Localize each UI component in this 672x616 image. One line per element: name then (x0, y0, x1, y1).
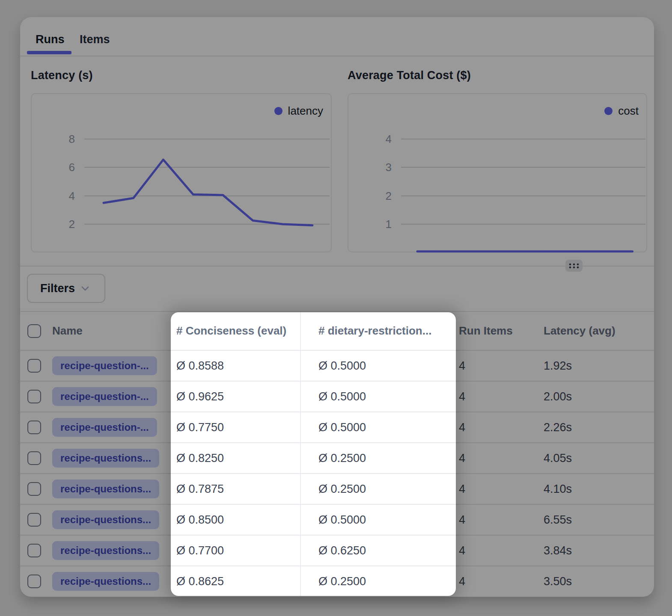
dietary-score: Ø 0.2500 (300, 443, 456, 473)
latency-chart-title: Latency (s) (31, 69, 93, 82)
grip-dots-icon (568, 263, 580, 269)
active-tab-indicator (27, 51, 71, 54)
chevron-down-icon (81, 286, 89, 291)
tabs-divider (20, 56, 654, 56)
run-name-badge[interactable]: recipe-questions... (52, 510, 159, 529)
cost-line-chart (348, 93, 647, 252)
run-name-badge[interactable]: recipe-question-... (52, 387, 157, 406)
table-row[interactable]: recipe-question-... Ø 0.8588 Ø 0.5000 4 … (20, 350, 654, 381)
cost-chart-title: Average Total Cost ($) (348, 69, 471, 82)
run-items-count: 4 (456, 566, 538, 596)
experiment-card: Runs Items Latency (s) Average Total Cos… (20, 17, 654, 597)
latency-line-chart (31, 93, 332, 252)
header-run-items: Run Items (456, 312, 538, 350)
run-name-badge[interactable]: recipe-questions... (52, 480, 159, 498)
run-items-count: 4 (456, 536, 538, 566)
table-row[interactable]: recipe-question-... Ø 0.9625 Ø 0.5000 4 … (20, 381, 654, 412)
run-name-badge[interactable]: recipe-question-... (52, 356, 157, 375)
dietary-score: Ø 0.5000 (300, 351, 456, 381)
filters-button[interactable]: Filters (27, 274, 105, 303)
conciseness-score: Ø 0.9625 (171, 382, 300, 412)
latency-avg-value: 3.50s (538, 566, 654, 596)
header-latency-avg: Latency (avg) (538, 312, 654, 350)
latency-avg-value: 2.00s (538, 382, 654, 412)
table-row[interactable]: recipe-questions... Ø 0.8625 Ø 0.2500 4 … (20, 566, 654, 596)
table-row[interactable]: recipe-questions... Ø 0.7875 Ø 0.2500 4 … (20, 473, 654, 504)
row-checkbox[interactable] (27, 513, 41, 527)
conciseness-score: Ø 0.8625 (171, 566, 300, 596)
table-row[interactable]: recipe-questions... Ø 0.8500 Ø 0.5000 4 … (20, 504, 654, 535)
dietary-score: Ø 0.5000 (300, 412, 456, 442)
page: { "tabs": { "runs": "Runs", "items": "It… (0, 0, 672, 616)
row-checkbox[interactable] (27, 451, 41, 465)
table-header-row: Name # Conciseness (eval) # dietary-rest… (20, 311, 654, 350)
dietary-score: Ø 0.5000 (300, 505, 456, 535)
run-name-badge[interactable]: recipe-questions... (52, 572, 159, 591)
header-conciseness: # Conciseness (eval) (171, 312, 300, 350)
run-name-badge[interactable]: recipe-question-... (52, 418, 157, 437)
table-row[interactable]: recipe-question-... Ø 0.7750 Ø 0.5000 4 … (20, 412, 654, 442)
run-name-badge[interactable]: recipe-questions... (52, 541, 159, 560)
tab-runs[interactable]: Runs (36, 30, 65, 49)
latency-avg-value: 4.05s (538, 443, 654, 473)
latency-avg-value: 3.84s (538, 536, 654, 566)
dietary-score: Ø 0.5000 (300, 382, 456, 412)
run-items-count: 4 (456, 412, 538, 442)
tab-items[interactable]: Items (80, 30, 110, 49)
run-items-count: 4 (456, 505, 538, 535)
latency-chart-panel: latency 8 6 4 2 (31, 93, 332, 252)
row-checkbox[interactable] (27, 544, 41, 557)
latency-avg-value: 4.10s (538, 474, 654, 504)
conciseness-score: Ø 0.7875 (171, 474, 300, 504)
conciseness-score: Ø 0.7700 (171, 536, 300, 566)
row-checkbox[interactable] (27, 575, 41, 588)
row-checkbox[interactable] (27, 359, 41, 373)
table-row[interactable]: recipe-questions... Ø 0.7700 Ø 0.6250 4 … (20, 535, 654, 566)
filters-button-label: Filters (40, 282, 75, 295)
conciseness-score: Ø 0.8250 (171, 443, 300, 473)
runs-table: Name # Conciseness (eval) # dietary-rest… (20, 311, 654, 596)
header-dietary-restriction: # dietary-restriction... (300, 312, 456, 350)
conciseness-score: Ø 0.8500 (171, 505, 300, 535)
row-checkbox[interactable] (27, 390, 41, 403)
dietary-score: Ø 0.6250 (300, 536, 456, 566)
conciseness-score: Ø 0.7750 (171, 412, 300, 442)
run-items-count: 4 (456, 351, 538, 381)
cost-chart-panel: cost 4 3 2 1 (348, 93, 647, 252)
latency-avg-value: 1.92s (538, 351, 654, 381)
row-checkbox[interactable] (27, 482, 41, 496)
drag-handle[interactable] (565, 260, 583, 272)
latency-avg-value: 2.26s (538, 412, 654, 442)
conciseness-score: Ø 0.8588 (171, 351, 300, 381)
select-all-checkbox[interactable] (27, 324, 41, 338)
dietary-score: Ø 0.2500 (300, 566, 456, 596)
charts-divider (20, 266, 654, 267)
run-items-count: 4 (456, 382, 538, 412)
row-checkbox[interactable] (27, 421, 41, 434)
run-items-count: 4 (456, 443, 538, 473)
table-row[interactable]: recipe-questions... Ø 0.8250 Ø 0.2500 4 … (20, 442, 654, 473)
run-name-badge[interactable]: recipe-questions... (52, 449, 159, 468)
latency-series-line (104, 160, 312, 225)
latency-avg-value: 6.55s (538, 505, 654, 535)
run-items-count: 4 (456, 474, 538, 504)
header-name: Name (52, 324, 83, 338)
dietary-score: Ø 0.2500 (300, 474, 456, 504)
